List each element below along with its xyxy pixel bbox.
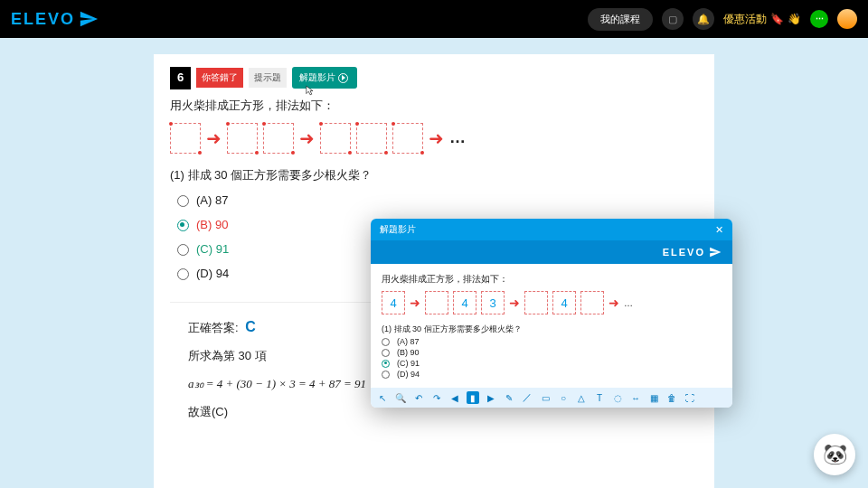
arrow-tool-icon[interactable]: ↔ [629, 391, 642, 404]
modal-sub: (1) 排成 30 個正方形需要多少根火柴？ [382, 324, 722, 335]
option-text: (C) 91 [397, 359, 420, 368]
radio-icon [177, 268, 189, 280]
option-text: (C) 91 [196, 240, 229, 259]
square-icon: 4 [453, 291, 476, 314]
arrow-right-icon: ➜ [410, 296, 420, 310]
option-text: (D) 94 [397, 370, 420, 379]
radio-icon [382, 349, 390, 357]
paper-plane-icon [79, 9, 99, 29]
arrow-right-icon: ➜ [429, 124, 444, 153]
hand-icon: 👋 [788, 13, 801, 25]
modal-option[interactable]: (D) 94 [382, 370, 722, 379]
square-icon [356, 123, 387, 154]
ellipsis: … [449, 125, 468, 151]
option-text: (D) 94 [196, 265, 229, 284]
arrow-right-icon: ➜ [509, 296, 520, 310]
radio-icon [177, 244, 189, 256]
promo-link[interactable]: 優惠活動 🔖 👋 [723, 12, 801, 27]
modal-brand: ELEVO [663, 247, 705, 258]
wrong-badge: 你答錯了 [196, 68, 243, 88]
modal-option[interactable]: (B) 90 [382, 348, 722, 357]
pointer-icon[interactable]: ↖ [376, 391, 389, 404]
question-number: 6 [170, 67, 191, 89]
question-header: 6 你答錯了 提示題 解題影片 [170, 67, 698, 89]
square-icon [227, 123, 258, 154]
cursor-icon [305, 83, 316, 98]
page-indicator[interactable]: ▮ [467, 391, 479, 404]
brand-logo[interactable]: ELEVO [11, 9, 99, 29]
prev-icon[interactable]: ◀ [448, 391, 461, 404]
modal-title: 解題影片 [380, 223, 416, 236]
square-icon: 3 [481, 291, 505, 314]
square-icon [320, 123, 351, 154]
line-icon[interactable]: ⋯ [810, 10, 828, 28]
option-A[interactable]: (A) 87 [177, 192, 698, 211]
arrow-right-icon: ➜ [609, 296, 619, 310]
avatar[interactable] [837, 9, 857, 29]
option-text: (B) 90 [196, 216, 228, 235]
bot-face-icon: 🐼 [823, 443, 847, 466]
fullscreen-icon[interactable]: ⛶ [684, 391, 696, 404]
modal-stem: 用火柴排成正方形，排法如下： [382, 273, 722, 286]
whiteboard-toolbar: ↖ 🔍 ↶ ↷ ◀ ▮ ▶ ✎ ／ ▭ ○ △ T ◌ ↔ ▦ 🗑 ⛶ [371, 388, 732, 408]
square-icon: 4 [552, 291, 576, 314]
matchstick-diagram: ➜ ➜ ➜ … [170, 123, 698, 154]
video-modal: 解題影片 ✕ ELEVO 用火柴排成正方形，排法如下： 4➜43➜4➜… (1)… [371, 219, 732, 408]
square-icon [170, 123, 201, 154]
eraser-icon[interactable]: ◌ [611, 391, 624, 404]
answer-label: 正確答案: [188, 321, 239, 334]
option-text: (B) 90 [397, 348, 420, 357]
stage: 6 你答錯了 提示題 解題影片 用火柴排成正方形，排法如下： ➜ ➜ ➜ … (… [0, 38, 868, 488]
promo-text: 優惠活動 [723, 12, 767, 27]
radio-icon [382, 371, 390, 379]
square-icon [425, 291, 448, 314]
retry-pill[interactable]: 提示題 [249, 68, 287, 88]
topbar: ELEVO 我的課程 ▢ 🔔 優惠活動 🔖 👋 ⋯ [0, 0, 868, 38]
question-stem: 用火柴排成正方形，排法如下： [170, 97, 698, 116]
zoom-icon[interactable]: 🔍 [394, 391, 407, 404]
text-icon[interactable]: T [593, 391, 606, 404]
play-icon [338, 73, 348, 83]
undo-icon[interactable]: ↶ [412, 391, 425, 404]
arrow-right-icon: ➜ [299, 124, 315, 153]
option-text: (A) 87 [196, 192, 228, 211]
bell-icon[interactable]: 🔔 [693, 8, 714, 30]
option-text: (A) 87 [397, 337, 420, 346]
radio-icon [177, 195, 189, 207]
pen-icon[interactable]: ✎ [503, 391, 515, 404]
radio-icon [382, 360, 390, 368]
brand-text: ELEVO [11, 10, 75, 29]
explain-video-button[interactable]: 解題影片 [292, 67, 357, 89]
radio-icon [177, 220, 189, 231]
square-icon: 4 [382, 291, 405, 314]
radio-icon [382, 338, 390, 346]
rect-icon[interactable]: ▭ [539, 391, 552, 404]
question-sub: (1) 排成 30 個正方形需要多少根火柴？ [170, 166, 698, 185]
next-icon[interactable]: ▶ [485, 391, 497, 404]
square-icon [580, 291, 604, 314]
triangle-icon[interactable]: △ [575, 391, 588, 404]
circle-icon[interactable]: ○ [557, 391, 570, 404]
grid-icon[interactable]: ▦ [647, 391, 660, 404]
modal-body: 用火柴排成正方形，排法如下： 4➜43➜4➜… (1) 排成 30 個正方形需要… [371, 264, 732, 388]
trash-icon[interactable]: 🗑 [665, 391, 678, 404]
modal-option[interactable]: (C) 91 [382, 359, 722, 368]
square-icon [392, 123, 423, 154]
modal-diagram: 4➜43➜4➜… [382, 291, 722, 314]
modal-header[interactable]: 解題影片 ✕ [371, 219, 732, 240]
ellipsis: … [624, 298, 633, 308]
modal-options: (A) 87(B) 90(C) 91(D) 94 [382, 337, 722, 379]
close-icon[interactable]: ✕ [715, 224, 723, 236]
redo-icon[interactable]: ↷ [430, 391, 443, 404]
calendar-icon[interactable]: ▢ [662, 8, 684, 30]
square-icon [263, 123, 294, 154]
answer-letter: C [245, 319, 256, 334]
square-icon [524, 291, 548, 314]
help-bot-button[interactable]: 🐼 [814, 434, 855, 475]
arrow-right-icon: ➜ [206, 124, 222, 153]
my-courses-button[interactable]: 我的課程 [588, 8, 653, 31]
modal-option[interactable]: (A) 87 [382, 337, 722, 346]
promo-flag-icon: 🔖 [770, 13, 784, 25]
line-icon[interactable]: ／ [521, 391, 533, 404]
modal-brandbar: ELEVO [371, 240, 732, 264]
